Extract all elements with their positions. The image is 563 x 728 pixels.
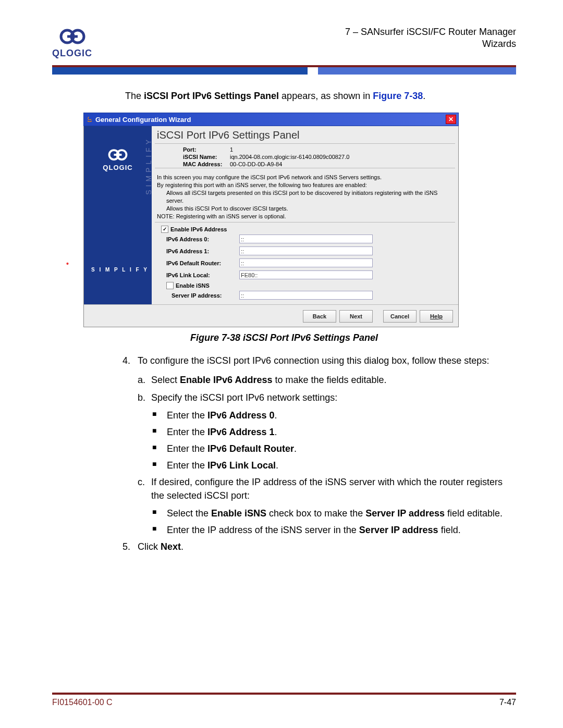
next-button[interactable]: Next: [339, 310, 373, 323]
sidebar-brand: QLOGIC: [84, 164, 152, 171]
step-4a: Select Enable IPv6 Address to make the f…: [151, 373, 387, 387]
enable-isns-checkbox[interactable]: [166, 282, 174, 289]
mac-label: MAC Address:: [183, 161, 230, 167]
sidebar-tagline: •S I M P L I F Y: [84, 265, 152, 273]
header-line2: Wizards: [345, 38, 516, 50]
ipv6-addr1-label: IPv6 Address 1:: [166, 248, 234, 254]
dialog-screenshot: General Configuration Wizard ✕ SIMPLIFY …: [83, 113, 459, 327]
bullet-link: Enter the IPv6 Link Local.: [167, 459, 278, 472]
bullet-addr0: Enter the IPv6 Address 0.: [167, 409, 277, 422]
doc-number: FI0154601-00 C: [52, 698, 113, 707]
step-4b: Specify the iSCSI port IPv6 network sett…: [151, 391, 337, 404]
page-footer: FI0154601-00 C 7-47: [52, 693, 516, 707]
enable-ipv6-checkbox[interactable]: [161, 226, 168, 233]
step-4: To configure the iSCSI port IPv6 connect…: [138, 354, 489, 367]
back-button[interactable]: Back: [303, 310, 336, 323]
port-value: 1: [230, 146, 233, 153]
logo-text: QLOGIC: [52, 48, 92, 59]
dialog-button-bar: Back Next Cancel Help: [84, 304, 458, 327]
close-icon[interactable]: ✕: [446, 115, 456, 124]
sidebar-vertical-text: SIMPLIFY: [144, 137, 153, 195]
bullet-isns-ip: Enter the IP address of the iSNS server …: [167, 523, 461, 537]
ipv6-addr1-input[interactable]: ::: [239, 246, 373, 255]
enable-isns-label: Enable iSNS: [176, 282, 210, 289]
qlogic-logo: QLOGIC: [52, 26, 92, 59]
step-5: Click Next.: [138, 540, 183, 553]
dialog-title: General Configuration Wizard: [95, 116, 191, 124]
figure-caption: Figure 7-38 iSCSI Port IPv6 Settings Pan…: [52, 332, 516, 343]
ipv6-link-label: IPv6 Link Local:: [166, 272, 234, 278]
header-tabs: [52, 67, 516, 75]
step-4c: If desired, configure the IP address of …: [151, 475, 511, 502]
iscsi-name-value: iqn.2004-08.com.qlogic:isr-6140.0809c008…: [230, 154, 349, 160]
description-text: In this screen you may configure the iSC…: [152, 170, 458, 222]
ipv6-link-input[interactable]: FE80::: [239, 270, 373, 279]
port-label: Port:: [183, 146, 230, 153]
bullet-isns-enable: Select the Enable iSNS check box to make…: [167, 507, 503, 520]
cancel-button[interactable]: Cancel: [383, 310, 417, 323]
figure-link[interactable]: Figure 7-38: [373, 91, 423, 101]
mac-value: 00-C0-DD-0D-A9-84: [230, 161, 282, 167]
dialog-sidebar: SIMPLIFY QLOGIC •S I M P L I F Y: [84, 126, 152, 304]
ipv6-router-input[interactable]: ::: [239, 258, 373, 267]
ipv6-addr0-label: IPv6 Address 0:: [166, 236, 234, 242]
page-header-right: 7 – SANsurfer iSCSI/FC Router Manager Wi…: [345, 26, 516, 51]
enable-ipv6-label: Enable IPv6 Address: [170, 226, 227, 232]
server-ip-input[interactable]: ::: [239, 291, 373, 300]
bullet-router: Enter the IPv6 Default Router.: [167, 442, 297, 455]
ipv6-router-label: IPv6 Default Router:: [166, 260, 234, 266]
java-icon: [86, 116, 93, 123]
iscsi-name-label: iSCSI Name:: [183, 154, 230, 160]
panel-title: iSCSI Port IPv6 Settings Panel: [152, 126, 458, 143]
page-number: 7-47: [499, 698, 516, 707]
server-ip-label: Server IP address:: [172, 292, 234, 299]
help-button[interactable]: Help: [420, 310, 453, 323]
intro-text: The iSCSI Port IPv6 Settings Panel appea…: [125, 90, 511, 102]
dialog-titlebar: General Configuration Wizard ✕: [83, 113, 459, 126]
ipv6-addr0-input[interactable]: ::: [239, 235, 373, 243]
header-line1: 7 – SANsurfer iSCSI/FC Router Manager: [345, 26, 516, 38]
bullet-addr1: Enter the IPv6 Address 1.: [167, 425, 277, 439]
